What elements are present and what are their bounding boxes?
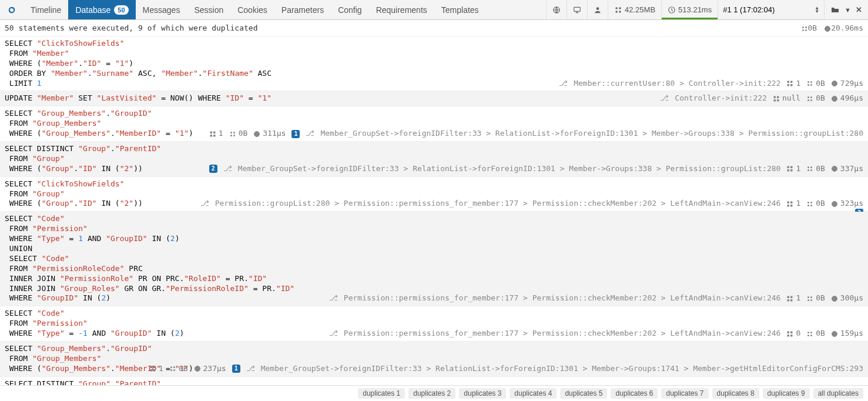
end-tools: ▼ ✕ — [824, 0, 868, 19]
query-meta: ⎇Member::currentUser:80 > Controller->in… — [559, 79, 863, 89]
tab-templates[interactable]: Templates — [434, 0, 486, 19]
query-block[interactable]: SELECT "Code" FROM "Permission" WHERE "T… — [0, 212, 868, 306]
svg-rect-33 — [210, 135, 212, 137]
stack-trace[interactable]: Permission::permissions_for_member:177 >… — [344, 293, 781, 303]
sql-line: SELECT "ClickToShowFields" — [5, 39, 863, 49]
query-block[interactable]: SELECT "ClickToShowFields" FROM "Group" … — [0, 177, 868, 212]
close-icon[interactable]: ✕ — [856, 5, 862, 14]
svg-rect-70 — [790, 335, 793, 337]
svg-rect-49 — [787, 201, 790, 203]
svg-rect-25 — [777, 99, 779, 102]
svg-point-36 — [233, 132, 235, 133]
svg-point-47 — [810, 169, 812, 171]
duplicates-pill[interactable]: duplicates 8 — [712, 388, 759, 399]
svg-rect-31 — [210, 131, 212, 133]
svg-point-9 — [805, 26, 807, 28]
svg-rect-51 — [787, 205, 790, 207]
sql-line: FROM "Permission" — [5, 319, 863, 329]
query-meta: 10B311µs1⎇Member_GroupSet->foreignIDFilt… — [209, 129, 863, 139]
stack-trace[interactable]: Permission::permissions_for_member:177 >… — [344, 329, 781, 339]
tab-requirements[interactable]: Requirements — [369, 0, 434, 19]
duplicates-pill[interactable]: all duplicates — [813, 388, 863, 399]
duplicates-pill[interactable]: duplicates 3 — [459, 388, 506, 399]
duplicates-pill[interactable]: duplicates 5 — [560, 388, 607, 399]
duplicates-pill[interactable]: duplicates 4 — [510, 388, 557, 399]
stack-trace[interactable]: Member_GroupSet->foreignIDFilter:33 > Re… — [238, 164, 781, 174]
query-block[interactable]: SELECT DISTINCT "Group"."ParentID" FROM … — [0, 142, 868, 177]
rows-count: 1 — [786, 79, 800, 89]
duplicate-badge[interactable]: 2 — [209, 165, 217, 173]
query-block[interactable]: SELECT "Group_Members"."GroupID" FROM "G… — [0, 342, 868, 377]
svg-point-83 — [173, 369, 175, 371]
duplicates-pill[interactable]: duplicates 7 — [661, 388, 708, 399]
duplicates-pill[interactable]: duplicates 2 — [408, 388, 455, 399]
summary-meta: 0B 20.96ms — [801, 24, 863, 32]
time: 323µs — [831, 199, 863, 209]
query-block[interactable]: SELECT "ClickToShowFields" FROM "Member"… — [0, 36, 868, 91]
stack-trace[interactable]: Member::currentUser:80 > Controller->ini… — [574, 79, 780, 89]
tab-messages[interactable]: Messages — [136, 0, 187, 19]
query-block[interactable]: UPDATE "Member" SET "LastVisited" = NOW(… — [0, 91, 868, 106]
svg-point-65 — [810, 299, 812, 301]
svg-rect-59 — [790, 296, 793, 298]
duplicates-pill[interactable]: duplicates 6 — [611, 388, 658, 399]
sql-line: SELECT "Code" — [5, 309, 863, 319]
svg-point-10 — [802, 29, 804, 31]
svg-rect-15 — [787, 84, 790, 86]
query-meta: 2⎇Member_GroupSet->foreignIDFilter:33 > … — [209, 164, 863, 174]
sql-line: WHERE "Type" = 1 AND "GroupID" IN (2) — [5, 234, 863, 244]
duplicate-badge[interactable]: 1 — [232, 365, 240, 373]
branch-icon: ⎇ — [246, 364, 255, 374]
chevron-down-icon[interactable]: ▼ — [844, 6, 851, 14]
svg-rect-22 — [773, 96, 776, 98]
branch-icon: ⎇ — [200, 199, 209, 209]
sql-line: FROM "Group_Members" — [5, 354, 863, 364]
sql-line: SELECT "Code" — [5, 214, 863, 224]
tab-parameters[interactable]: Parameters — [274, 0, 331, 19]
svg-point-18 — [810, 81, 812, 83]
request-select[interactable]: ▲▼ — [718, 0, 824, 19]
stack-trace[interactable]: Controller->init:222 — [675, 93, 767, 103]
memory-indicator[interactable]: 42.25MB — [608, 0, 661, 19]
request-input[interactable] — [723, 5, 811, 14]
time-indicator[interactable]: 513.21ms — [661, 0, 718, 19]
tab-config[interactable]: Config — [331, 0, 368, 19]
mem: 0B — [806, 79, 825, 89]
query-block[interactable]: SELECT "Group_Members"."GroupID" FROM "G… — [0, 106, 868, 142]
request-stepper[interactable]: ▲▼ — [815, 6, 819, 14]
time: 729µs — [831, 79, 863, 89]
monitor-icon[interactable] — [567, 0, 587, 19]
svg-point-38 — [233, 135, 235, 136]
stack-trace[interactable]: Member_GroupSet->foreignIDFilter:33 > Re… — [261, 364, 863, 374]
tab-timeline[interactable]: Timeline — [24, 0, 68, 19]
mem: 0B — [806, 329, 825, 339]
rows-count: 1 — [786, 164, 800, 174]
query-meta: ⎇Permission::permissions_for_member:177 … — [329, 329, 863, 339]
svg-rect-13 — [787, 81, 790, 83]
tab-database[interactable]: Database50 — [68, 0, 135, 19]
duplicate-badge[interactable]: 1 — [291, 130, 300, 138]
footer-bar: duplicates 1duplicates 2duplicates 3dupl… — [0, 385, 868, 401]
folder-open-icon[interactable] — [830, 5, 840, 15]
stack-trace[interactable]: Member_GroupSet->foreignIDFilter:33 > Re… — [320, 129, 863, 139]
sql-line: FROM "Group_Members" — [5, 119, 863, 129]
query-block[interactable]: SELECT "Code" FROM "Permission" WHERE "T… — [0, 306, 868, 342]
branch-icon: ⎇ — [559, 79, 568, 89]
svg-point-46 — [807, 169, 809, 171]
stack-trace[interactable]: Permission::groupList:280 > Permission::… — [215, 199, 781, 209]
svg-point-44 — [807, 166, 809, 168]
svg-rect-52 — [790, 205, 793, 207]
user-icon[interactable] — [587, 0, 608, 19]
time: 496µs — [831, 93, 863, 103]
sql-line: FROM "Group" — [5, 154, 863, 164]
summary-text: 50 statements were executed, 9 of which … — [5, 24, 257, 32]
svg-point-37 — [230, 135, 232, 136]
duplicates-pill[interactable]: duplicates 1 — [358, 388, 405, 399]
time: 337µs — [831, 164, 863, 174]
tab-cookies[interactable]: Cookies — [230, 0, 274, 19]
branch-icon: ⎇ — [660, 93, 669, 103]
tab-session[interactable]: Session — [187, 0, 230, 19]
globe-icon[interactable] — [546, 0, 567, 19]
duplicates-pill[interactable]: duplicates 9 — [763, 388, 810, 399]
svg-rect-60 — [787, 299, 790, 302]
